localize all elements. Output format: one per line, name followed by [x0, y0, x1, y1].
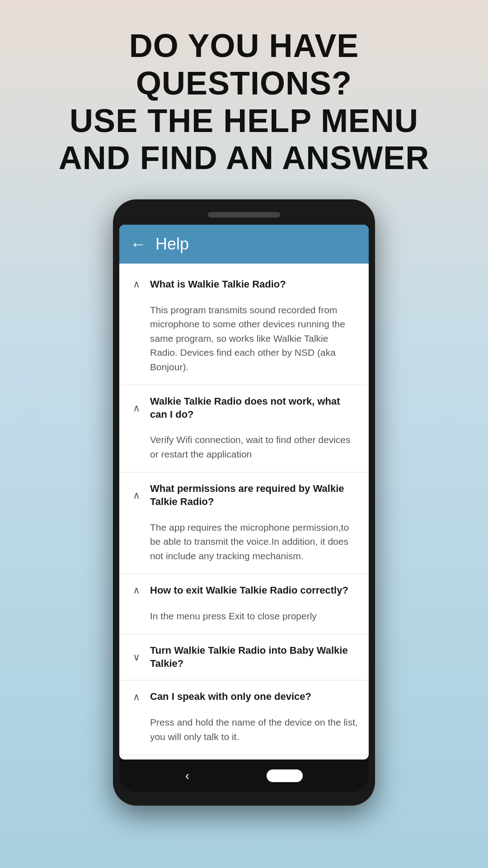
app-toolbar: ← Help — [119, 225, 369, 264]
page-title: DO YOU HAVE QUESTIONS? USE THE HELP MENU… — [0, 0, 488, 199]
faq-question: Walkie Talkie Radio does not work, what … — [150, 395, 358, 421]
nav-home-button[interactable] — [267, 769, 303, 782]
faq-question: Can I speak with only one device? — [150, 690, 358, 703]
faq-answer: In the menu press Exit to close properly — [119, 607, 369, 634]
faq-header-1[interactable]: ∧Walkie Talkie Radio does not work, what… — [119, 385, 369, 431]
faq-header-3[interactable]: ∧How to exit Walkie Talkie Radio correct… — [119, 574, 369, 607]
faq-question: Turn Walkie Talkie Radio into Baby Walki… — [150, 644, 358, 670]
faq-question: What is Walkie Talkie Radio? — [150, 278, 358, 291]
faq-item: ∧What permissions are required by Walkie… — [119, 472, 369, 574]
faq-header-5[interactable]: ∧Can I speak with only one device? — [119, 680, 369, 713]
faq-header-2[interactable]: ∧What permissions are required by Walkie… — [119, 472, 369, 518]
back-button[interactable]: ← — [130, 235, 146, 254]
faq-header-0[interactable]: ∧What is Walkie Talkie Radio? — [119, 268, 369, 301]
faq-item: ∧What is Walkie Talkie Radio?This progra… — [119, 268, 369, 385]
faq-list: ∧What is Walkie Talkie Radio?This progra… — [119, 264, 369, 760]
phone-screen: ← Help ∧What is Walkie Talkie Radio?This… — [119, 225, 369, 760]
chevron-icon: ∧ — [130, 584, 143, 597]
faq-item: ∧How to exit Walkie Talkie Radio correct… — [119, 574, 369, 634]
chevron-icon: ∧ — [130, 278, 143, 291]
faq-answer: This program transmits sound recorded fr… — [119, 301, 369, 385]
phone-frame: ← Help ∧What is Walkie Talkie Radio?This… — [113, 199, 375, 806]
faq-answer: Verify Wifi connection, wait to find oth… — [119, 431, 369, 472]
chevron-icon: ∧ — [130, 691, 143, 703]
faq-item: ∧Walkie Talkie Radio does not work, what… — [119, 385, 369, 472]
faq-item: ∨Turn Walkie Talkie Radio into Baby Walk… — [119, 634, 369, 680]
faq-answer: Press and hold the name of the device on… — [119, 713, 369, 755]
phone-nav-bar: ‹ — [119, 760, 369, 792]
chevron-icon: ∨ — [130, 651, 143, 664]
chevron-icon: ∧ — [130, 489, 143, 502]
faq-header-4[interactable]: ∨Turn Walkie Talkie Radio into Baby Walk… — [119, 634, 369, 680]
nav-back-button[interactable]: ‹ — [185, 769, 189, 783]
faq-answer: The app requires the microphone permissi… — [119, 519, 369, 574]
faq-question: How to exit Walkie Talkie Radio correctl… — [150, 584, 358, 597]
faq-item: ∧Can I speak with only one device?Press … — [119, 680, 369, 755]
faq-question: What permissions are required by Walkie … — [150, 482, 358, 508]
toolbar-title: Help — [155, 235, 189, 254]
chevron-icon: ∧ — [130, 402, 143, 415]
phone-speaker — [208, 212, 280, 217]
